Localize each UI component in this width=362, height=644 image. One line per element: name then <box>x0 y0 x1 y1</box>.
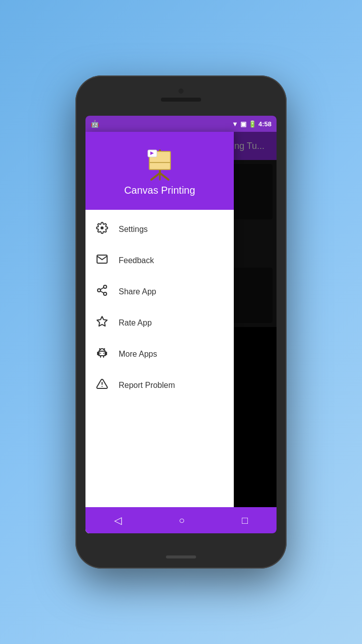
menu-item-feedback[interactable]: Feedback <box>85 245 234 276</box>
star-icon <box>96 315 109 331</box>
share-app-label: Share App <box>119 287 156 296</box>
menu-item-settings[interactable]: Settings <box>85 214 234 245</box>
status-right: ▼ ▣ 🔋 4:58 <box>232 120 272 128</box>
app-logo <box>142 145 177 181</box>
navigation-drawer[interactable]: Canvas Printing Settings <box>85 132 234 533</box>
svg-line-12 <box>101 288 104 290</box>
settings-label: Settings <box>119 225 148 234</box>
menu-item-share-app[interactable]: Share App <box>85 276 234 307</box>
drawer-header: Canvas Printing <box>85 132 234 210</box>
svg-point-8 <box>104 285 107 288</box>
menu-item-more-apps[interactable]: More Apps <box>85 339 234 370</box>
home-button[interactable]: ○ <box>168 511 195 530</box>
drawer-dim-overlay[interactable] <box>234 132 277 533</box>
signal-icon: ▣ <box>240 120 246 128</box>
recents-button[interactable]: □ <box>232 511 258 530</box>
svg-line-17 <box>100 349 101 350</box>
status-bar: 🤖 ▼ ▣ 🔋 4:58 <box>85 116 277 132</box>
feedback-icon <box>96 253 109 268</box>
phone-frame: 🤖 ▼ ▣ 🔋 4:58 Printing Tu... ...by...for <box>75 75 287 569</box>
feedback-label: Feedback <box>119 256 154 265</box>
menu-item-rate-app[interactable]: Rate App <box>85 307 234 339</box>
rate-app-label: Rate App <box>119 318 152 328</box>
bottom-navigation-bar: ◁ ○ □ <box>85 507 277 533</box>
phone-screen: 🤖 ▼ ▣ 🔋 4:58 Printing Tu... ...by...for <box>85 116 277 533</box>
svg-point-15 <box>100 353 101 354</box>
phone-top-bezel <box>75 75 287 116</box>
status-left: 🤖 <box>90 120 99 128</box>
front-camera <box>178 89 184 94</box>
navigation-drawer-overlay: Canvas Printing Settings <box>85 132 277 533</box>
svg-line-18 <box>104 349 105 350</box>
svg-line-0 <box>151 173 160 180</box>
wifi-icon: ▼ <box>232 120 238 128</box>
more-apps-label: More Apps <box>119 350 157 359</box>
svg-point-9 <box>98 289 101 292</box>
back-button[interactable]: ◁ <box>104 510 132 530</box>
svg-marker-13 <box>97 316 107 326</box>
share-icon <box>96 284 109 299</box>
menu-item-report-problem[interactable]: Report Problem <box>85 370 234 401</box>
android-status-icon: 🤖 <box>90 120 99 128</box>
svg-point-16 <box>103 353 104 354</box>
svg-rect-14 <box>99 351 106 356</box>
svg-point-10 <box>104 292 107 295</box>
svg-line-11 <box>101 291 104 293</box>
svg-line-1 <box>160 173 168 180</box>
clock: 4:58 <box>258 120 272 128</box>
drawer-menu: Settings Feedback <box>85 210 234 533</box>
phone-bottom-bezel <box>166 555 196 558</box>
android-icon <box>96 347 109 362</box>
settings-icon <box>96 222 109 237</box>
drawer-app-name: Canvas Printing <box>124 185 195 196</box>
report-problem-label: Report Problem <box>119 381 175 390</box>
battery-icon: 🔋 <box>248 120 256 128</box>
speaker-grille <box>161 98 201 102</box>
report-icon <box>96 378 109 393</box>
